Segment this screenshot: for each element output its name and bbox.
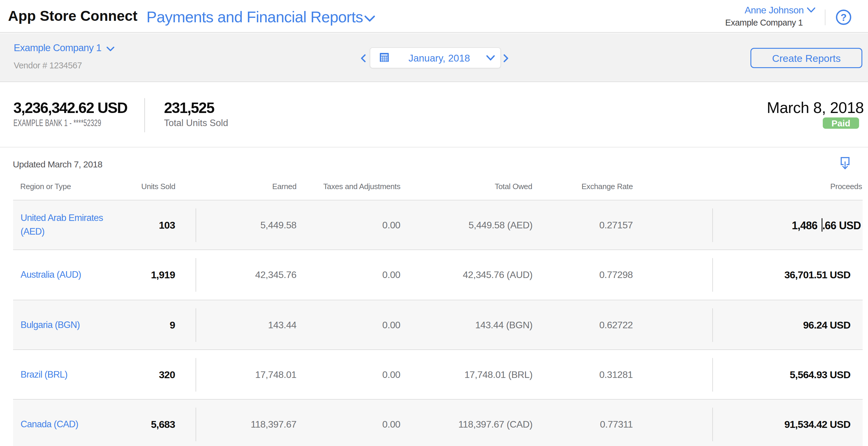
svg-text:?: ? [841, 12, 846, 23]
